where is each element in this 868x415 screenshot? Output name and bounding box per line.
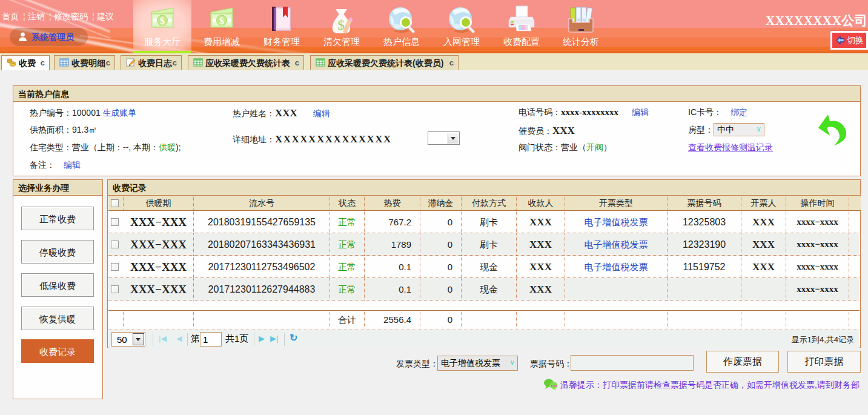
svg-text:$: $ [160, 16, 165, 26]
svg-text:$: $ [219, 16, 224, 26]
